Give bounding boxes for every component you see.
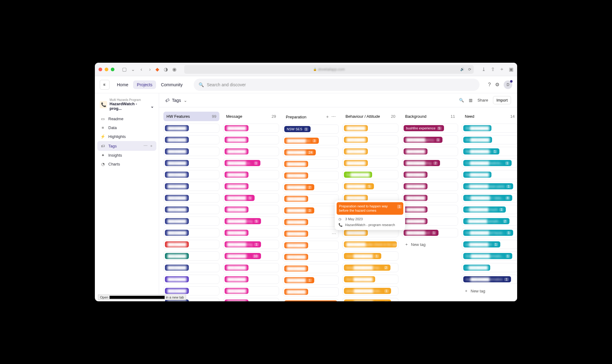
nav-back-icon[interactable]: ‹: [139, 67, 144, 72]
tag-card[interactable]: ████████: [163, 124, 219, 133]
nav-forward-icon[interactable]: ›: [147, 67, 152, 72]
tag-card[interactable]: ████████: [163, 251, 219, 261]
reload-icon[interactable]: ⟳: [468, 67, 471, 72]
tag-card[interactable]: NSW SES1: [283, 124, 339, 134]
sidebar-item-highlights[interactable]: ⚡Highlights: [97, 132, 156, 141]
tag-card[interactable]: ████████: [223, 170, 279, 179]
settings-icon[interactable]: ⚙: [495, 82, 499, 87]
column-menu-icon[interactable]: ⋯: [331, 114, 336, 120]
tag-card[interactable]: ac████████ease panic1: [462, 182, 517, 191]
tag-card[interactable]: re████████: [462, 263, 517, 272]
tag-card[interactable]: feel i████████: [342, 275, 398, 284]
url-bar[interactable]: 🔒 dovetailapp.com 🔊 ⟳: [184, 65, 474, 74]
column-header[interactable]: Background11: [402, 112, 458, 121]
tag-card[interactable]: ████████: [223, 147, 279, 156]
add-icon[interactable]: ＋: [149, 143, 153, 149]
sidebar-item-readme[interactable]: ▭Readme: [97, 114, 156, 123]
tag-card[interactable]: ████████: [283, 159, 339, 169]
tag-card[interactable]: ████████2: [283, 183, 339, 192]
sidebar-item-tags[interactable]: 🏷Tags⋯＋: [97, 141, 156, 151]
sidebar-item-insights[interactable]: ✦Insights: [97, 151, 156, 160]
tag-card[interactable]: ████████: [223, 286, 279, 295]
tag-card[interactable]: us████████ch1: [462, 240, 517, 249]
tag-card[interactable]: ████████1: [223, 193, 279, 202]
tag-card[interactable]: ████████1: [283, 276, 339, 285]
tag-card[interactable]: Co████████risdictio...1: [462, 158, 517, 168]
tag-card[interactable]: ████████: [223, 205, 279, 214]
tag-card[interactable]: ████████: [402, 182, 458, 191]
tag-card[interactable]: swtic████████n fro...1: [342, 298, 398, 301]
tag-card[interactable]: ████████5: [342, 182, 398, 191]
tag-card[interactable]: ████████: [163, 240, 219, 249]
tag-card[interactable]: actively seek flood preparatio1: [283, 299, 339, 301]
tag-card[interactable]: ████████: [163, 263, 219, 272]
tag-card[interactable]: ████████: [223, 182, 279, 191]
tag-card[interactable]: moni████████1: [342, 251, 398, 261]
new-tab-icon[interactable]: ＋: [499, 67, 504, 72]
tag-card[interactable]: He████████nd hazar...1: [462, 228, 517, 237]
tag-card[interactable]: ████████: [163, 182, 219, 191]
tag-card[interactable]: Giv████████ormatio...1: [462, 251, 517, 261]
tag-card[interactable]: ████████: [342, 147, 398, 156]
privacy-shield-icon[interactable]: ◑: [163, 67, 168, 72]
tag-card[interactable]: Se████████: [462, 170, 517, 179]
tag-card[interactable]: ████████: [402, 170, 458, 179]
tag-card[interactable]: ████████: [342, 158, 398, 168]
tag-card[interactable]: ████████ning5: [223, 217, 279, 226]
nav-community[interactable]: Community: [157, 80, 186, 89]
tag-card[interactable]: ████████: [163, 275, 219, 284]
column-header[interactable]: Need14: [462, 112, 517, 121]
tag-card[interactable]: Re████████: [462, 124, 517, 133]
tag-card[interactable]: ████████: [402, 217, 458, 226]
add-tag-icon[interactable]: ＋: [325, 114, 330, 120]
board-search-icon[interactable]: 🔍: [459, 98, 464, 102]
minimize-window-button[interactable]: [105, 68, 108, 71]
brave-shield-icon[interactable]: ◆: [155, 67, 160, 72]
tag-card[interactable]: ████████: [283, 194, 339, 203]
tag-card[interactable]: ████████: [163, 158, 219, 168]
tag-card[interactable]: cl████████ people...2: [462, 217, 517, 226]
maximize-window-button[interactable]: [111, 68, 114, 71]
tag-card[interactable]: ████████: [163, 147, 219, 156]
nav-home[interactable]: Home: [113, 80, 132, 89]
tag-card[interactable]: ████████: [402, 205, 458, 214]
tag-board[interactable]: HW Features99███████████████████████████…: [159, 107, 517, 301]
global-search[interactable]: 🔍 Search and discover: [194, 79, 480, 91]
tag-card[interactable]: ████████: [283, 171, 339, 180]
tag-card[interactable]: ████████: [283, 287, 339, 296]
tag-card[interactable]: ████████ding2: [402, 158, 458, 168]
tag-card[interactable]: ████████: [342, 135, 398, 144]
tag-card[interactable]: Be████████: [342, 170, 398, 179]
help-icon[interactable]: ?: [488, 82, 491, 87]
new-tag-button[interactable]: ＋New tag: [402, 240, 458, 249]
tag-card[interactable]: ████████24: [283, 148, 339, 157]
tag-card[interactable]: ████████: [223, 263, 279, 272]
board-layout-icon[interactable]: ▥: [469, 98, 472, 102]
tag-card[interactable]: ████████: [163, 217, 219, 226]
tag-card[interactable]: ████████: [283, 241, 339, 250]
tag-card[interactable]: so████████ much1: [462, 205, 517, 214]
tag-card[interactable]: peop████████cisio...1: [342, 286, 398, 295]
column-header[interactable]: Preparation＋⋯: [283, 112, 339, 122]
nav-projects[interactable]: Projects: [133, 80, 156, 89]
tag-card[interactable]: ████████t ...10: [223, 251, 279, 261]
tag-card[interactable]: ████████: [163, 193, 219, 202]
tag-card[interactable]: ████████fan3: [283, 136, 339, 145]
close-window-button[interactable]: [99, 68, 102, 71]
column-header[interactable]: Message29: [223, 112, 279, 121]
tag-card[interactable]: ████████: [223, 228, 279, 237]
chevron-down-icon[interactable]: ⌄: [130, 67, 135, 72]
sidebar-item-data[interactable]: ≡Data: [97, 123, 156, 132]
tag-card[interactable]: ████████: [283, 264, 339, 273]
tag-card[interactable]: ████████: [402, 193, 458, 202]
sidebar-toggle-icon[interactable]: ▢: [122, 67, 127, 72]
tag-card[interactable]: ████████: [283, 217, 339, 227]
tag-card[interactable]: ████████ w...1: [223, 158, 279, 168]
tag-card[interactable]: keep████████-haz...2: [342, 263, 398, 272]
tag-card[interactable]: mu████████ormation1: [462, 275, 517, 284]
tag-card[interactable]: ████████gency1: [402, 135, 458, 144]
tag-card[interactable]: ████████: [283, 252, 339, 262]
tag-card[interactable]: Ne████████p1: [462, 147, 517, 156]
tag-card[interactable]: ████████: [402, 147, 458, 156]
tag-card[interactable]: ████████⋯: [283, 229, 339, 238]
